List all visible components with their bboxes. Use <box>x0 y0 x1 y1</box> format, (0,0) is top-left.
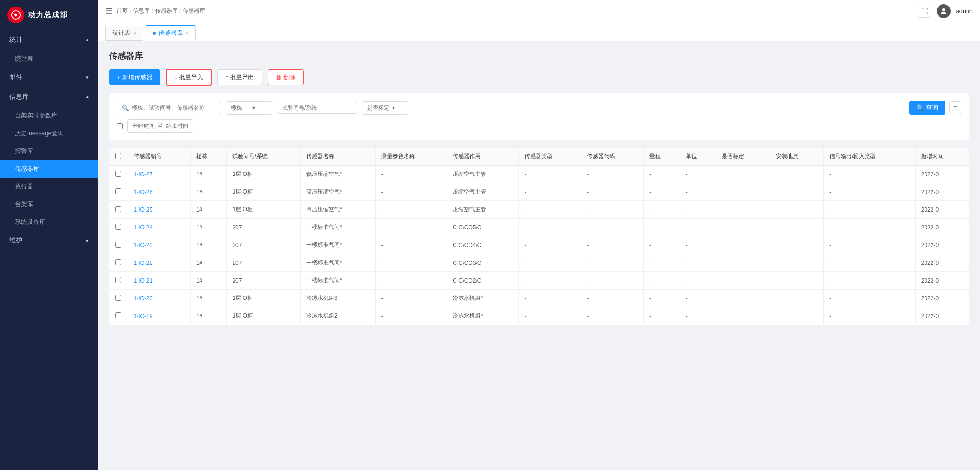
building-select[interactable]: 楼栋 ▾ <box>226 101 272 115</box>
row-added-8: 2022-0 <box>915 307 969 325</box>
row-checkbox-0[interactable] <box>109 166 128 183</box>
row-range-3: - <box>644 219 680 236</box>
sidebar-group-maintenance-header[interactable]: 维护 ▾ <box>0 231 98 250</box>
row-use-2: 压缩空气主管 <box>447 201 518 219</box>
search-input[interactable] <box>132 104 216 111</box>
row-room-7: 1层IO柜 <box>227 290 301 307</box>
row-checkbox-6[interactable] <box>109 272 128 290</box>
breadcrumb-infodb[interactable]: 信息库 <box>133 7 150 15</box>
sensor-id-link-4[interactable]: 1-IO-23 <box>134 242 153 249</box>
sensor-id-link-7[interactable]: 1-IO-20 <box>134 295 153 302</box>
header-type: 传感器类型 <box>518 148 581 166</box>
row-use-6: C O\CO2\C <box>447 272 518 290</box>
page-title: 传感器库 <box>109 50 969 62</box>
sidebar-item-sensor-db[interactable]: 传感器库 <box>0 160 98 178</box>
sidebar-group-statistics: 统计 ▾ 统计表 <box>0 30 98 68</box>
row-sensor-id-0: 1-IO-27 <box>128 166 190 183</box>
row-code-1: - <box>581 183 643 201</box>
menu-icon[interactable]: ☰ <box>105 6 113 16</box>
date-range-picker[interactable]: 开始时间 至 结束时间 <box>127 119 193 133</box>
table-row: 1-IO-26 1# 1层IO柜 高压压缩空气* - 压缩空气主管 - - - … <box>109 183 969 201</box>
breadcrumb-home[interactable]: 首页 <box>117 7 128 15</box>
row-checkbox-4[interactable] <box>109 236 128 254</box>
row-checkbox-3[interactable] <box>109 219 128 236</box>
sidebar-item-actuator[interactable]: 执行器 <box>0 178 98 195</box>
user-name: admin <box>956 7 973 14</box>
row-range-0: - <box>644 166 680 183</box>
filter-top: 🔍 楼栋 ▾ 是否标定 ▾ 🔍 查询 <box>117 101 961 115</box>
topbar-fullscreen-btn[interactable]: ⛶ <box>918 5 931 18</box>
sensor-id-link-2[interactable]: 1-IO-25 <box>134 207 153 213</box>
row-name-7: 冷冻水机组3 <box>301 290 376 307</box>
row-name-5: 一楼标准气间* <box>301 254 376 272</box>
sidebar-item-history-message[interactable]: 历史message查询 <box>0 124 98 142</box>
row-room-2: 1层IO柜 <box>227 201 301 219</box>
standard-select[interactable]: 是否标定 ▾ <box>362 101 408 115</box>
sidebar-item-realtime-params[interactable]: 台架实时参数库 <box>0 107 98 124</box>
room-input[interactable] <box>277 102 357 114</box>
row-code-5: - <box>581 254 643 272</box>
date-checkbox[interactable] <box>117 123 123 129</box>
breadcrumb-sensor-db[interactable]: 传感器库 <box>155 7 178 15</box>
row-sensor-id-6: 1-IO-21 <box>128 272 190 290</box>
sidebar-item-system-device-db[interactable]: 系统设备库 <box>0 213 98 231</box>
query-label: 查询 <box>926 104 938 112</box>
header-sensor-name: 传感器名称 <box>301 148 376 166</box>
row-room-4: 207 <box>227 236 301 254</box>
breadcrumb-sensor-db-current: 传感器库 <box>183 7 205 15</box>
sidebar-group-mail-header[interactable]: 邮件 ▾ <box>0 68 98 87</box>
row-use-1: 压缩空气主管 <box>447 183 518 201</box>
sensor-id-link-1[interactable]: 1-IO-26 <box>134 189 153 195</box>
query-button[interactable]: 🔍 查询 <box>909 101 945 115</box>
header-measure: 测量参数名称 <box>375 148 447 166</box>
row-checkbox-1[interactable] <box>109 183 128 201</box>
sensor-id-link-3[interactable]: 1-IO-24 <box>134 224 153 231</box>
tab-statistics-label: 统计表 <box>112 29 131 37</box>
delete-button[interactable]: 🗑 删除 <box>268 69 304 85</box>
row-location-4 <box>770 236 823 254</box>
chevron-down-icon-standard: ▾ <box>392 104 395 111</box>
header-added: 新增时间 <box>915 148 969 166</box>
search-icon-query: 🔍 <box>917 104 924 111</box>
sidebar-item-statistics-table-label: 统计表 <box>15 55 33 63</box>
batch-export-button[interactable]: ↑ 批量导出 <box>217 69 262 85</box>
sidebar-group-statistics-header[interactable]: 统计 ▾ <box>0 30 98 50</box>
sidebar-group-maintenance-label: 维护 <box>9 236 22 245</box>
row-building-3: 1# <box>190 219 226 236</box>
search-input-wrapper[interactable]: 🔍 <box>117 102 221 114</box>
sidebar-item-statistics-table[interactable]: 统计表 <box>0 50 98 68</box>
sidebar-item-bench-db[interactable]: 台架库 <box>0 195 98 213</box>
row-code-2: - <box>581 201 643 219</box>
content-area: 传感器库 + 新增传感器 ↓ 批量导入 ↑ 批量导出 🗑 删除 🔍 <box>98 41 980 470</box>
row-checkbox-2[interactable] <box>109 201 128 219</box>
sidebar-item-alarm-db[interactable]: 报警库 <box>0 142 98 160</box>
row-checkbox-7[interactable] <box>109 290 128 307</box>
row-signal-0: - <box>824 166 916 183</box>
tab-statistics-close[interactable]: × <box>133 30 136 36</box>
tab-sensor-db[interactable]: 传感器库 × <box>146 25 195 41</box>
columns-button[interactable]: ≡ <box>949 101 961 114</box>
select-all-checkbox[interactable] <box>115 153 121 159</box>
row-code-4: - <box>581 236 643 254</box>
row-type-1: - <box>518 183 581 201</box>
batch-import-button[interactable]: ↓ 批量导入 <box>166 69 212 86</box>
date-start-label: 开始时间 <box>132 122 155 130</box>
sensor-id-link-0[interactable]: 1-IO-27 <box>134 171 153 178</box>
table-row: 1-IO-21 1# 207 一楼标准气间* - C O\CO2\C - - -… <box>109 272 969 290</box>
row-checkbox-5[interactable] <box>109 254 128 272</box>
row-use-8: 冷冻水机组* <box>447 307 518 325</box>
row-range-5: - <box>644 254 680 272</box>
row-building-5: 1# <box>190 254 226 272</box>
row-checkbox-8[interactable] <box>109 307 128 325</box>
sensor-id-link-8[interactable]: 1-IO-19 <box>134 313 153 319</box>
row-unit-4: - <box>680 236 716 254</box>
row-measure-5: - <box>375 254 447 272</box>
sidebar-group-infodb-header[interactable]: 信息库 ▾ <box>0 87 98 107</box>
sidebar-group-infodb-label: 信息库 <box>9 93 29 101</box>
sensor-id-link-6[interactable]: 1-IO-21 <box>134 277 153 284</box>
tab-sensor-db-close[interactable]: × <box>186 30 188 36</box>
tab-statistics[interactable]: 统计表 × <box>105 26 143 41</box>
add-sensor-button[interactable]: + 新增传感器 <box>109 69 160 85</box>
row-signal-1: - <box>824 183 916 201</box>
sensor-id-link-5[interactable]: 1-IO-22 <box>134 260 153 266</box>
